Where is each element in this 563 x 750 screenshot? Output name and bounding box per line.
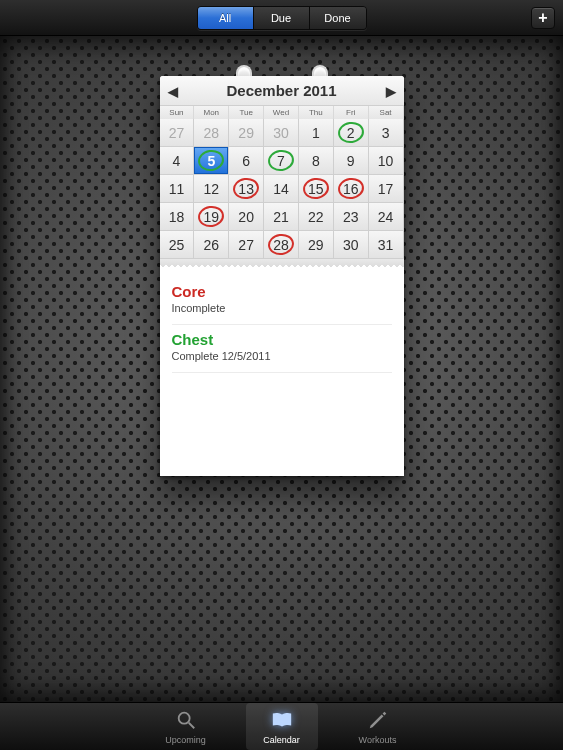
weekday-label: Fri [334, 106, 369, 119]
day-marker-red [302, 176, 331, 200]
calendar-day[interactable]: 15 [299, 175, 334, 203]
day-number: 3 [382, 125, 390, 141]
calendar-day[interactable]: 6 [229, 147, 264, 175]
weekday-label: Sun [160, 106, 195, 119]
note-item[interactable]: CoreIncomplete [172, 277, 392, 325]
calendar-day[interactable]: 10 [369, 147, 404, 175]
day-marker-red [267, 232, 296, 256]
calendar-day[interactable]: 7 [264, 147, 299, 175]
calendar-day[interactable]: 17 [369, 175, 404, 203]
weekday-row: SunMonTueWedThuFriSat [160, 106, 404, 119]
day-number: 27 [169, 125, 185, 141]
day-number: 28 [203, 125, 219, 141]
calendar-day[interactable]: 23 [334, 203, 369, 231]
day-number: 21 [273, 209, 289, 225]
calendar-day[interactable]: 30 [264, 119, 299, 147]
day-marker-red [336, 176, 365, 200]
calendar-day[interactable]: 18 [160, 203, 195, 231]
weekday-label: Mon [194, 106, 229, 119]
calendar-day[interactable]: 21 [264, 203, 299, 231]
calendar-day[interactable]: 1 [299, 119, 334, 147]
day-number: 4 [173, 153, 181, 169]
calendar-day[interactable]: 27 [160, 119, 195, 147]
svg-point-0 [178, 712, 189, 723]
day-marker-red [197, 204, 226, 228]
segment-due[interactable]: Due [254, 7, 310, 29]
day-number: 29 [308, 237, 324, 253]
tab-bar: UpcomingCalendarWorkouts [0, 702, 563, 750]
day-marker-green [336, 120, 365, 144]
tab-calendar[interactable]: Calendar [246, 703, 318, 750]
calendar-day[interactable]: 14 [264, 175, 299, 203]
day-number: 8 [312, 153, 320, 169]
calendar-day[interactable]: 28 [264, 231, 299, 259]
day-number: 18 [169, 209, 185, 225]
tab-label: Calendar [263, 735, 300, 745]
day-number: 20 [238, 209, 254, 225]
tab-upcoming[interactable]: Upcoming [150, 703, 222, 750]
day-number: 11 [169, 181, 185, 197]
day-number: 22 [308, 209, 324, 225]
prev-month-button[interactable]: ◀ [166, 84, 180, 99]
calendar-day[interactable]: 5 [194, 147, 229, 175]
note-title: Core [172, 283, 392, 300]
day-number: 10 [378, 153, 394, 169]
day-number: 30 [343, 237, 359, 253]
calendar-day[interactable]: 11 [160, 175, 195, 203]
calendar-day[interactable]: 9 [334, 147, 369, 175]
day-number: 30 [273, 125, 289, 141]
note-subtitle: Complete 12/5/2011 [172, 350, 392, 362]
content-area: ◀ December 2011 ▶ SunMonTueWedThuFriSat … [0, 36, 563, 702]
calendar-day[interactable]: 30 [334, 231, 369, 259]
add-button[interactable]: + [531, 7, 555, 29]
calendar-day[interactable]: 31 [369, 231, 404, 259]
calendar-day[interactable]: 29 [299, 231, 334, 259]
search-icon [174, 709, 198, 733]
plus-icon: + [538, 9, 547, 27]
weekday-label: Wed [264, 106, 299, 119]
book-icon [270, 709, 294, 733]
calendar-day[interactable]: 2 [334, 119, 369, 147]
filter-segmented-control: AllDueDone [197, 6, 367, 30]
day-number: 31 [378, 237, 394, 253]
calendar-day[interactable]: 13 [229, 175, 264, 203]
next-month-button[interactable]: ▶ [384, 84, 398, 99]
weekday-label: Thu [299, 106, 334, 119]
top-toolbar: AllDueDone + [0, 0, 563, 36]
calendar-day[interactable]: 12 [194, 175, 229, 203]
calendar-day[interactable]: 26 [194, 231, 229, 259]
day-number: 29 [238, 125, 254, 141]
day-number: 14 [273, 181, 289, 197]
calendar-day[interactable]: 20 [229, 203, 264, 231]
pencil-icon [366, 709, 390, 733]
day-number: 12 [203, 181, 219, 197]
note-subtitle: Incomplete [172, 302, 392, 314]
calendar-day[interactable]: 27 [229, 231, 264, 259]
day-number: 24 [378, 209, 394, 225]
calendar-grid: 2728293012345678910111213141516171819202… [160, 119, 404, 259]
calendar-day[interactable]: 4 [160, 147, 195, 175]
calendar-day[interactable]: 28 [194, 119, 229, 147]
note-item[interactable]: ChestComplete 12/5/2011 [172, 325, 392, 373]
day-marker-green [267, 148, 296, 172]
segment-all[interactable]: All [198, 7, 254, 29]
calendar-day[interactable]: 16 [334, 175, 369, 203]
calendar-day[interactable]: 19 [194, 203, 229, 231]
calendar-day[interactable]: 3 [369, 119, 404, 147]
tab-workouts[interactable]: Workouts [342, 703, 414, 750]
calendar-day[interactable]: 25 [160, 231, 195, 259]
tab-label: Workouts [359, 735, 397, 745]
calendar-day[interactable]: 29 [229, 119, 264, 147]
day-number: 27 [238, 237, 254, 253]
day-marker-red [232, 176, 261, 200]
segment-done[interactable]: Done [310, 7, 366, 29]
weekday-label: Sat [369, 106, 404, 119]
calendar-card: ◀ December 2011 ▶ SunMonTueWedThuFriSat … [160, 76, 404, 476]
calendar-day[interactable]: 24 [369, 203, 404, 231]
calendar-day[interactable]: 22 [299, 203, 334, 231]
day-marker-green [197, 148, 226, 172]
torn-edge [160, 259, 404, 269]
calendar-day[interactable]: 8 [299, 147, 334, 175]
day-number: 26 [203, 237, 219, 253]
calendar-title: December 2011 [226, 82, 336, 99]
